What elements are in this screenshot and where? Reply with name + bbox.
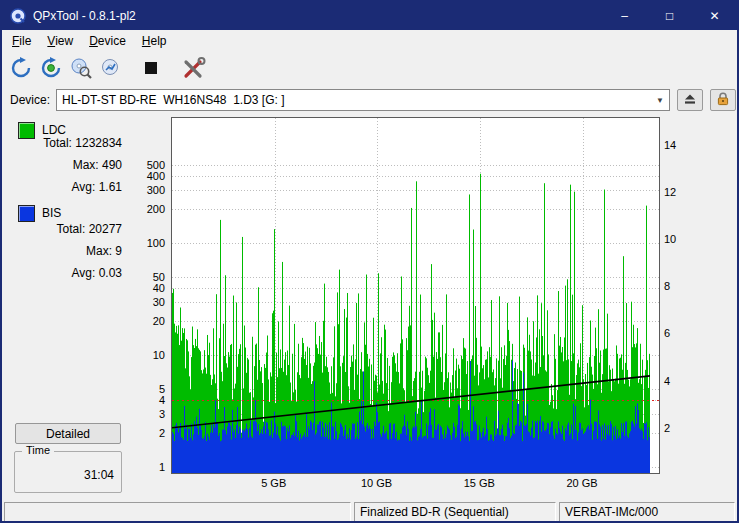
y-axis-left-label: 4 <box>159 394 165 406</box>
menu-device[interactable]: Device <box>81 31 134 51</box>
chart-plot-area <box>171 117 660 474</box>
y-axis-left-label: 3 <box>159 408 165 420</box>
time-groupbox: Time 31:04 <box>14 451 122 493</box>
bis-avg: Avg: 0.03 <box>16 266 122 280</box>
y-axis-left-label: 200 <box>147 203 165 215</box>
lock-button[interactable] <box>710 89 736 111</box>
preferences-button[interactable] <box>177 55 211 83</box>
menu-file[interactable]: File <box>4 31 39 51</box>
x-axis-label: 10 GB <box>356 477 396 489</box>
status-media-id: VERBAT-IMc/000 <box>559 502 735 522</box>
time-value: 31:04 <box>84 468 114 482</box>
x-axis-label: 20 GB <box>562 477 602 489</box>
ldc-total: Total: 1232834 <box>16 136 122 150</box>
window-title: QPxTool - 0.8.1-pl2 <box>33 9 136 23</box>
bis-swatch <box>18 205 35 222</box>
preferences-tools-icon <box>181 56 207 83</box>
menu-view[interactable]: View <box>39 31 81 51</box>
chart-canvas <box>172 118 659 473</box>
menubar: File View Device Help <box>2 30 737 52</box>
scan-start-icon <box>10 57 32 82</box>
media-test-button[interactable] <box>97 55 125 83</box>
x-axis-label: 15 GB <box>459 477 499 489</box>
app-icon <box>10 8 26 24</box>
ldc-avg: Avg: 1.61 <box>16 180 122 194</box>
bis-total: Total: 20277 <box>16 222 122 236</box>
y-axis-left-label: 20 <box>153 315 165 327</box>
y-axis-left: 500400300200100504030201054321 <box>127 118 167 474</box>
stop-button[interactable] <box>137 55 165 83</box>
status-message <box>4 502 351 522</box>
media-test-icon <box>100 57 122 82</box>
device-combobox-value: HL-DT-ST BD-RE WH16NS48 1.D3 [G: ] <box>57 93 651 107</box>
bis-label: BIS <box>42 206 61 220</box>
y-axis-left-label: 10 <box>153 349 165 361</box>
ldc-max: Max: 490 <box>16 158 122 172</box>
device-label: Device: <box>10 93 50 107</box>
y-axis-right-label: 2 <box>664 422 670 434</box>
chevron-down-icon: ▼ <box>651 96 669 105</box>
scan-start-button[interactable] <box>7 55 35 83</box>
x-axis-label: 5 GB <box>254 477 294 489</box>
y-axis-left-label: 1 <box>159 461 165 473</box>
ldc-label: LDC <box>42 123 66 137</box>
y-axis-left-label: 30 <box>153 296 165 308</box>
y-axis-right-label: 4 <box>664 375 670 387</box>
scan-disc-icon <box>40 57 62 82</box>
close-button[interactable]: ✕ <box>692 2 737 30</box>
toolbar-separator <box>127 69 137 70</box>
y-axis-right-label: 14 <box>664 139 676 151</box>
y-axis-right-label: 6 <box>664 327 670 339</box>
scan-disc-button[interactable] <box>37 55 65 83</box>
stop-icon <box>140 57 162 82</box>
statusbar: Finalized BD-R (Sequential) VERBAT-IMc/0… <box>2 502 737 522</box>
window-controls: – □ ✕ <box>602 2 737 30</box>
y-axis-right-label: 8 <box>664 280 670 292</box>
drive-search-icon <box>70 57 92 82</box>
device-row: Device: HL-DT-ST BD-RE WH16NS48 1.D3 [G:… <box>2 86 737 114</box>
y-axis-left-label: 2 <box>159 427 165 439</box>
bis-max: Max: 9 <box>16 244 122 258</box>
y-axis-right-label: 12 <box>664 186 676 198</box>
y-axis-left-label: 40 <box>153 282 165 294</box>
maximize-button[interactable]: □ <box>647 2 692 30</box>
lock-icon <box>716 92 730 109</box>
y-axis-left-label: 400 <box>147 170 165 182</box>
y-axis-left-label: 300 <box>147 184 165 196</box>
device-combobox[interactable]: HL-DT-ST BD-RE WH16NS48 1.D3 [G: ] ▼ <box>56 89 670 111</box>
x-axis: 5 GB10 GB15 GB20 GB <box>171 477 660 491</box>
y-axis-right: 1412108642 <box>662 118 696 474</box>
titlebar[interactable]: QPxTool - 0.8.1-pl2 – □ ✕ <box>2 2 737 30</box>
time-label: Time <box>22 444 54 456</box>
eject-button[interactable] <box>677 89 703 111</box>
menu-help[interactable]: Help <box>134 31 175 51</box>
status-disc-type: Finalized BD-R (Sequential) <box>354 502 556 522</box>
minimize-button[interactable]: – <box>602 2 647 30</box>
eject-icon <box>683 93 697 108</box>
toolbar <box>2 52 737 86</box>
app-window: QPxTool - 0.8.1-pl2 – □ ✕ File View Devi… <box>0 0 739 523</box>
y-axis-left-label: 100 <box>147 237 165 249</box>
toolbar-separator <box>167 69 177 70</box>
drive-search-button[interactable] <box>67 55 95 83</box>
y-axis-right-label: 10 <box>664 233 676 245</box>
detailed-button[interactable]: Detailed <box>15 423 121 444</box>
